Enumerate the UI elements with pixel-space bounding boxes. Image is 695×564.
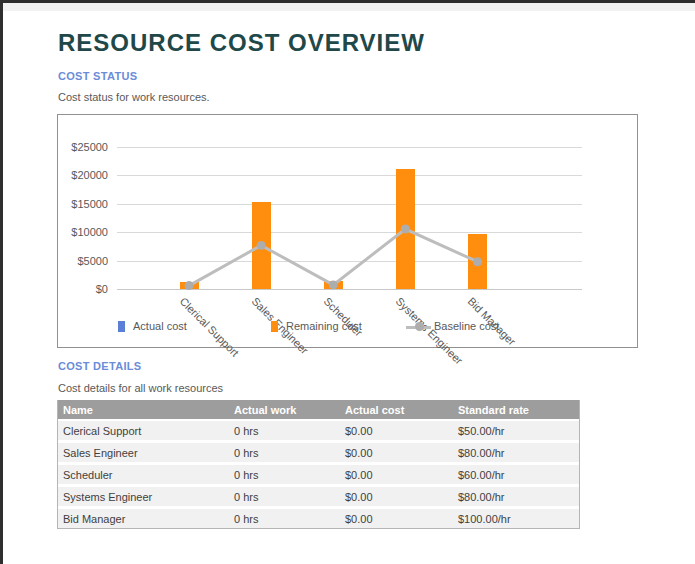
table-cell: Bid Manager (58, 513, 229, 525)
line-point (401, 225, 410, 234)
app-screen: RESOURCE COST OVERVIEW COST STATUS Cost … (0, 0, 695, 564)
table-row[interactable]: Scheduler0 hrs$0.00$60.00/hr (58, 465, 579, 487)
table-cell: $60.00/hr (453, 469, 579, 481)
table-cell: $0.00 (340, 447, 453, 459)
column-header: Actual work (229, 404, 340, 416)
line-point (329, 280, 338, 289)
column-header: Name (58, 404, 229, 416)
y-axis-tick-label: $15000 (58, 198, 108, 210)
table-cell: $0.00 (340, 513, 453, 525)
table-cell: $80.00/hr (453, 447, 579, 459)
y-axis-tick-label: $0 (58, 283, 108, 295)
legend-label: Remaining cost (286, 320, 362, 332)
table-cell: Scheduler (58, 469, 229, 481)
table-row[interactable]: Systems Engineer0 hrs$0.00$80.00/hr (58, 487, 579, 509)
table-cell: 0 hrs (229, 447, 340, 459)
table-cell: $0.00 (340, 491, 453, 503)
y-axis-tick-label: $25000 (58, 141, 108, 153)
table-cell: $50.00/hr (453, 425, 579, 437)
cost-details-heading: COST DETAILS (58, 360, 141, 372)
legend-swatch-icon (118, 321, 125, 332)
line-point (257, 241, 266, 250)
table-cell: 0 hrs (229, 513, 340, 525)
table-row[interactable]: Sales Engineer0 hrs$0.00$80.00/hr (58, 443, 579, 465)
table-cell: $0.00 (340, 425, 453, 437)
page-title: RESOURCE COST OVERVIEW (58, 29, 425, 57)
baseline-cost-line (117, 147, 582, 289)
legend-label: Baseline cost (434, 320, 499, 332)
table-cell: Systems Engineer (58, 491, 229, 503)
category-label: Clerical Support (178, 295, 242, 359)
table-cell: 0 hrs (229, 491, 340, 503)
y-axis-tick-label: $20000 (58, 169, 108, 181)
legend-marker-icon (415, 322, 424, 331)
legend-swatch-icon (271, 321, 278, 332)
line-point (473, 257, 482, 266)
legend-label: Actual cost (133, 320, 187, 332)
table-row[interactable]: Bid Manager0 hrs$0.00$100.00/hr (58, 509, 579, 528)
table-cell: $0.00 (340, 469, 453, 481)
line-point (185, 281, 194, 290)
window-top-margin (0, 3, 695, 11)
table-row[interactable]: Clerical Support0 hrs$0.00$50.00/hr (58, 421, 579, 443)
cost-details-table[interactable]: NameActual workActual costStandard rateC… (57, 400, 580, 529)
cost-status-heading: COST STATUS (58, 70, 137, 82)
table-cell: Sales Engineer (58, 447, 229, 459)
column-header: Standard rate (453, 404, 579, 416)
window-left-edge (0, 0, 3, 564)
table-cell: 0 hrs (229, 425, 340, 437)
table-cell: 0 hrs (229, 469, 340, 481)
y-axis-tick-label: $5000 (58, 255, 108, 267)
y-axis-tick-label: $10000 (58, 226, 108, 238)
cost-details-description: Cost details for all work resources (58, 382, 223, 394)
column-header: Actual cost (340, 404, 453, 416)
table-cell: $100.00/hr (453, 513, 579, 525)
table-cell: Clerical Support (58, 425, 229, 437)
cost-status-chart[interactable]: $0$5000$10000$15000$20000$25000Clerical … (57, 114, 638, 348)
cost-status-description: Cost status for work resources. (58, 91, 210, 103)
table-cell: $80.00/hr (453, 491, 579, 503)
table-header-row: NameActual workActual costStandard rate (58, 400, 579, 421)
